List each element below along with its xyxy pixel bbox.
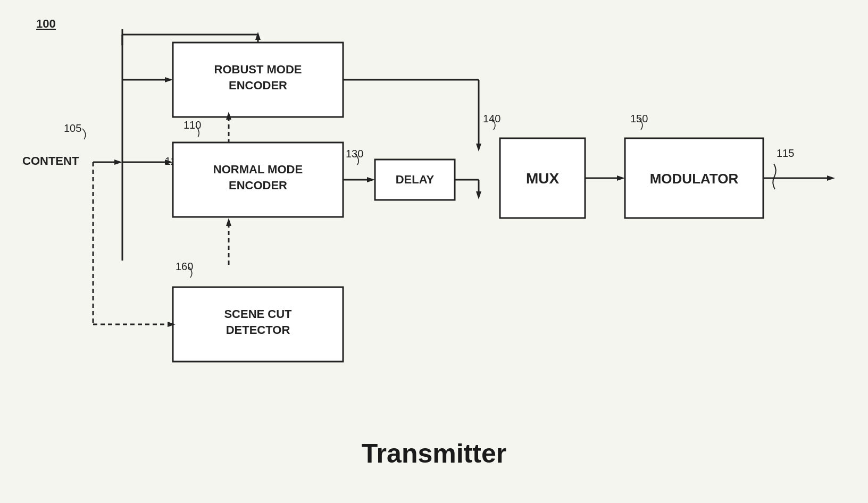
scene-cut-detector-label2: DETECTOR: [226, 323, 290, 337]
scene-cut-detector-label: SCENE CUT: [224, 307, 292, 321]
ref-150-label: 150: [630, 113, 648, 124]
mux-label: MUX: [526, 170, 560, 187]
svg-rect-0: [0, 0, 868, 503]
ref-130-label: 130: [346, 148, 363, 160]
transmitter-title: Transmitter: [362, 439, 506, 468]
ref-140-label: 140: [483, 113, 500, 124]
modulator-label: MODULATOR: [650, 171, 739, 187]
content-label: CONTENT: [22, 154, 79, 167]
ref-115-label: 115: [777, 147, 794, 159]
diagram-container: 100 105 CONTENT ROBUST MODE ENCODER 110: [0, 0, 868, 503]
normal-mode-encoder-label2: ENCODER: [229, 179, 287, 192]
delay-label: DELAY: [396, 173, 435, 186]
ref-105-label: 105: [64, 122, 81, 134]
robust-mode-encoder-label: ROBUST MODE: [214, 63, 302, 76]
normal-mode-encoder-label: NORMAL MODE: [213, 163, 303, 176]
ref-110-label: 110: [183, 119, 201, 131]
ref-100-label: 100: [36, 17, 56, 30]
robust-mode-encoder-label2: ENCODER: [229, 79, 287, 92]
ref-160-label: 160: [176, 261, 193, 272]
